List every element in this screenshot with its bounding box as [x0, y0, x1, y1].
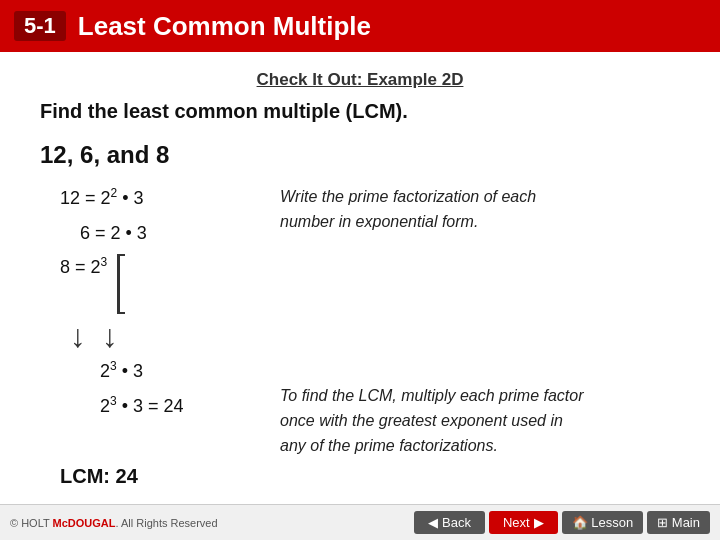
footer: © HOLT McDOUGAL. All Rights Reserved ◀ B… [0, 504, 720, 540]
next-button[interactable]: Next ▶ [489, 511, 558, 534]
next-arrow-icon: ▶ [534, 515, 544, 530]
example-title: 12, 6, and 8 [40, 141, 680, 169]
bracket [117, 254, 125, 314]
math-line-2: 6 = 2 • 3 [40, 218, 260, 249]
lesson-button[interactable]: 🏠 Lesson [562, 511, 644, 534]
arrow-down-icon: ↓ [70, 320, 86, 352]
main-button[interactable]: ⊞ Main [647, 511, 710, 534]
arrow-down-icon-2: ↓ [102, 320, 118, 352]
back-button[interactable]: ◀ Back [414, 511, 485, 534]
lcm-result: LCM: 24 [40, 465, 680, 488]
back-arrow-icon: ◀ [428, 515, 438, 530]
header: 5-1 Least Common Multiple [0, 0, 720, 52]
copyright: © HOLT McDOUGAL. All Rights Reserved [10, 517, 218, 529]
arrows-container: ↓ ↓ [40, 320, 680, 352]
nav-buttons: ◀ Back Next ▶ 🏠 Lesson ⊞ Main [414, 511, 710, 534]
math-line-1: 12 = 22 • 3 [40, 183, 260, 214]
section-badge: 5-1 [14, 11, 66, 41]
math-left-lower: 23 • 3 23 • 3 = 24 [40, 356, 260, 421]
page-title: Least Common Multiple [78, 11, 371, 42]
math-line-5: 23 • 3 = 24 [80, 391, 260, 422]
arrow-left: ↓ [70, 320, 86, 352]
main-content: Check It Out: Example 2D Find the least … [0, 52, 720, 498]
math-left-upper: 12 = 22 • 3 6 = 2 • 3 8 = 23 [40, 183, 260, 314]
subtitle: Check It Out: Example 2D [40, 70, 680, 90]
lesson-icon: 🏠 [572, 515, 588, 530]
right-text-lower: To find the LCM, multiply each prime fac… [280, 384, 590, 458]
math-line-4: 23 • 3 [80, 356, 260, 387]
main-icon: ⊞ [657, 515, 668, 530]
math-line-3: 8 = 23 [40, 252, 107, 283]
arrow-right: ↓ [102, 320, 118, 352]
find-text: Find the least common multiple (LCM). [40, 100, 680, 123]
right-text-upper: Write the prime factorization of each nu… [280, 183, 590, 235]
